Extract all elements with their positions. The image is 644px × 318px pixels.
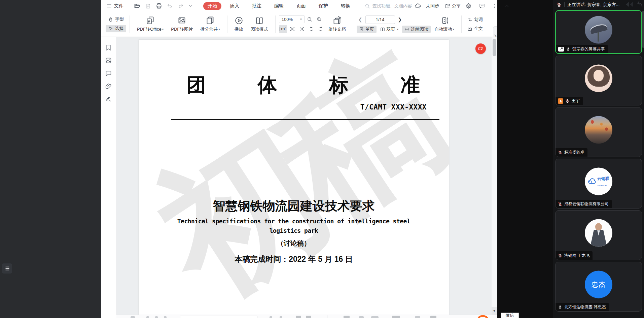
scroll-down-button[interactable]: ▼	[492, 307, 497, 315]
wechat-tooltip: 微信	[501, 313, 519, 318]
search-input[interactable]: 查找功能、文档内容	[365, 3, 412, 9]
tab-page[interactable]: 页面	[292, 2, 310, 10]
bookmark-icon[interactable]	[105, 44, 112, 51]
share-button[interactable]: 分享	[444, 3, 461, 9]
participant-tile-wanglongfei[interactable]: 淘钢网 王龙飞	[555, 210, 642, 260]
cloud-sync-button[interactable]	[414, 2, 421, 9]
participant-tile-chenzhuo[interactable]: 标准委陈卓	[555, 107, 642, 157]
panel-scrollbar-thumb[interactable]	[642, 11, 644, 48]
attachment-icon[interactable]	[105, 83, 112, 90]
rotate-right-button[interactable]	[317, 25, 325, 33]
participant-tile-yunganglian[interactable]: 云钢联YUNGANGLIAN 成都云钢联物流有限公司	[555, 159, 642, 209]
page-indicator-input[interactable]: 1/14	[365, 15, 395, 24]
desktop-backdrop	[0, 0, 101, 318]
image-panel-icon[interactable]	[105, 57, 112, 64]
menubar-right-cluster: 未同步 分享	[412, 2, 511, 9]
tab-convert[interactable]: 转换	[336, 2, 355, 10]
zoom-level-select[interactable]: 100% ▾	[279, 15, 305, 23]
meeting-panel: 正在讲话: 贺宗春; 京东方... 贺宗春的屏幕共享 王宇	[553, 0, 644, 318]
rotate-right-icon	[318, 26, 323, 32]
vertical-scrollbar[interactable]: ▼	[492, 37, 497, 315]
avatar-balloons-sunset	[585, 116, 612, 144]
fit-width-button[interactable]	[298, 25, 306, 33]
hand-tool-button[interactable]: 手型	[106, 16, 126, 23]
printer-icon	[156, 3, 162, 9]
share-label: 分享	[452, 3, 461, 9]
rotate-document-button[interactable]: 旋转文档	[325, 12, 350, 36]
pdf-to-image-label: PDF转图片	[171, 26, 193, 32]
print-button[interactable]	[156, 3, 162, 9]
split-merge-button[interactable]: 拆分合并▾	[196, 12, 224, 36]
outline-widget-button[interactable]	[2, 263, 12, 274]
rotate-left-button[interactable]	[307, 25, 315, 33]
participant-tile-screen-share[interactable]: 贺宗春的屏幕共享	[555, 10, 642, 54]
participant-name: 标准委陈卓	[564, 150, 584, 155]
file-menu-label: 文件	[114, 3, 123, 9]
comment-bubble-icon	[479, 3, 485, 9]
panel-nav-arrows[interactable]	[624, 1, 643, 8]
save-button[interactable]	[145, 3, 151, 9]
split-merge-label: 拆分合并	[200, 26, 218, 32]
cloud-unsynced-icon	[414, 2, 421, 9]
mic-muted-icon	[557, 2, 562, 7]
mic-on-icon	[558, 305, 562, 309]
mic-muted-icon	[558, 150, 562, 155]
pdf-to-office-button[interactable]: PDF转Office▾	[133, 12, 167, 36]
cursor-icon	[108, 26, 113, 31]
tab-edit[interactable]: 编辑	[270, 2, 288, 10]
participant-name: 淘钢网 王龙飞	[564, 253, 589, 258]
zoom-out-button[interactable]	[306, 15, 314, 23]
gear-icon	[465, 3, 472, 9]
next-page-button[interactable]: ❯	[396, 17, 404, 22]
comments-panel-icon[interactable]	[105, 70, 112, 77]
page-indicator-value: 1/14	[376, 17, 384, 22]
document-canvas[interactable]: 初稿 团体标准 T/CAMT XXX-XXXX 智慧钢铁物流园建设技术要求 Te…	[116, 37, 497, 315]
signature-icon[interactable]	[105, 95, 112, 102]
auto-scroll-button[interactable]: 自动滚动▾	[431, 12, 458, 36]
continuous-read-button[interactable]: 连续阅读	[402, 26, 431, 33]
undo-button[interactable]	[167, 3, 173, 9]
scrollbar-thumb[interactable]	[493, 39, 496, 56]
tab-protect[interactable]: 保护	[314, 2, 332, 10]
open-file-button[interactable]	[134, 3, 140, 9]
single-page-button[interactable]: 单页	[357, 26, 377, 33]
participant-name: 贺宗春的屏幕共享	[572, 46, 605, 52]
hamburger-icon	[106, 3, 112, 9]
settings-button[interactable]	[465, 3, 472, 9]
side-rail	[101, 37, 116, 315]
redo-button[interactable]	[178, 3, 184, 9]
participant-tile-wangyu[interactable]: 王宇	[555, 56, 642, 105]
more-menu-button[interactable]	[492, 3, 497, 9]
tab-annotate[interactable]: 批注	[248, 2, 266, 10]
double-page-button[interactable]: 双页▾	[378, 26, 401, 33]
read-mode-button[interactable]: 阅读模式	[247, 12, 272, 36]
word-translate-button[interactable]: 划词	[465, 16, 487, 23]
file-menu[interactable]: 文件	[106, 3, 123, 9]
single-page-icon	[359, 27, 364, 32]
mic-muted-icon	[558, 202, 562, 206]
select-tool-button[interactable]: 选择	[106, 25, 126, 32]
tab-insert[interactable]: 插入	[225, 2, 244, 10]
play-button[interactable]: 播放	[231, 12, 247, 36]
avatar-woman-illustration	[585, 64, 612, 92]
list-outline-icon	[4, 265, 10, 272]
fit-page-button[interactable]	[288, 25, 296, 33]
collapse-ribbon-button[interactable]	[504, 3, 509, 8]
participant-tile-hanzhongjie[interactable]: 忠杰 北方恒达物流园 韩忠杰	[555, 262, 642, 312]
tab-home[interactable]: 开始	[203, 2, 221, 10]
actual-size-button[interactable]: 1:1	[279, 25, 287, 33]
participant-name: 成都云钢联物流有限公司	[564, 201, 609, 207]
zoom-in-button[interactable]	[315, 15, 323, 23]
quickbar-more-button[interactable]	[188, 4, 193, 8]
pdf-to-image-button[interactable]: PDF转图片	[167, 12, 196, 36]
sync-status-label[interactable]: 未同步	[426, 3, 439, 9]
pdf-to-image-icon	[177, 16, 186, 25]
fit-width-icon	[299, 26, 305, 32]
mic-muted-icon	[565, 99, 570, 103]
floating-assistant-badge[interactable]: EZ	[475, 43, 486, 54]
feedback-button[interactable]	[479, 3, 485, 9]
double-page-icon	[380, 27, 385, 32]
full-translate-button[interactable]: 全文	[465, 25, 487, 32]
folder-open-icon	[134, 3, 140, 9]
prev-page-button[interactable]: ❮	[357, 17, 364, 22]
